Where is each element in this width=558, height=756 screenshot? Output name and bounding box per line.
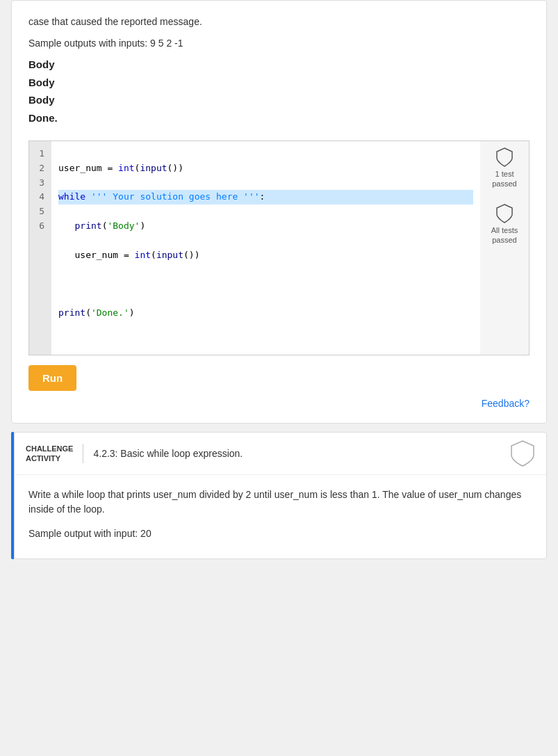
run-button[interactable]: Run <box>28 365 76 391</box>
sample-output-line: Body <box>28 56 530 74</box>
code-line-3: print('Body') <box>58 219 473 234</box>
code-content[interactable]: user_num = int(input()) while ''' Your s… <box>51 141 480 355</box>
challenge-sample-label: Sample output with input: 20 <box>28 528 532 539</box>
description-text: case that caused the reported message. <box>28 15 530 29</box>
badge-icon-1 <box>495 147 514 168</box>
challenge-description: Write a while loop that prints user_num … <box>28 488 532 517</box>
feedback-link[interactable]: Feedback? <box>28 398 530 409</box>
badge-1-test-passed: 1 testpassed <box>492 147 516 189</box>
sample-label: Sample outputs with inputs: 9 5 2 -1 <box>28 38 530 49</box>
badge-label-2: All testspassed <box>491 225 518 246</box>
challenge-card: CHALLENGE ACTIVITY 4.2.3: Basic while lo… <box>14 432 547 559</box>
challenge-tag-line1: CHALLENGE <box>26 444 73 453</box>
challenge-shield-icon <box>510 440 535 467</box>
sample-output: Body Body Body Done. <box>28 56 530 127</box>
sample-output-line: Done. <box>28 109 530 127</box>
code-line-5 <box>58 277 473 291</box>
code-editor[interactable]: 1 2 3 4 5 6 user_num = int(input()) whil… <box>28 140 530 355</box>
line-numbers: 1 2 3 4 5 6 <box>29 141 51 355</box>
badge-icon-2 <box>495 203 514 224</box>
code-line-6: print('Done.') <box>58 306 473 321</box>
challenge-title: 4.2.3: Basic while loop expression. <box>93 448 510 459</box>
badge-all-tests-passed: All testspassed <box>491 203 518 246</box>
challenge-card-outer: CHALLENGE ACTIVITY 4.2.3: Basic while lo… <box>0 432 558 559</box>
sample-output-line: Body <box>28 74 530 92</box>
challenge-tag: CHALLENGE ACTIVITY <box>26 444 83 464</box>
code-line-1: user_num = int(input()) <box>58 161 473 176</box>
challenge-body: Write a while loop that prints user_num … <box>15 475 546 558</box>
challenge-header: CHALLENGE ACTIVITY 4.2.3: Basic while lo… <box>15 433 546 475</box>
code-line-2: while ''' Your solution goes here ''': <box>58 190 473 204</box>
badge-label-1: 1 testpassed <box>492 169 516 189</box>
test-badges: 1 testpassed All testspassed <box>480 141 529 355</box>
code-line-4: user_num = int(input()) <box>58 248 473 263</box>
challenge-tag-line2: ACTIVITY <box>26 453 73 463</box>
sample-output-line: Body <box>28 91 530 109</box>
